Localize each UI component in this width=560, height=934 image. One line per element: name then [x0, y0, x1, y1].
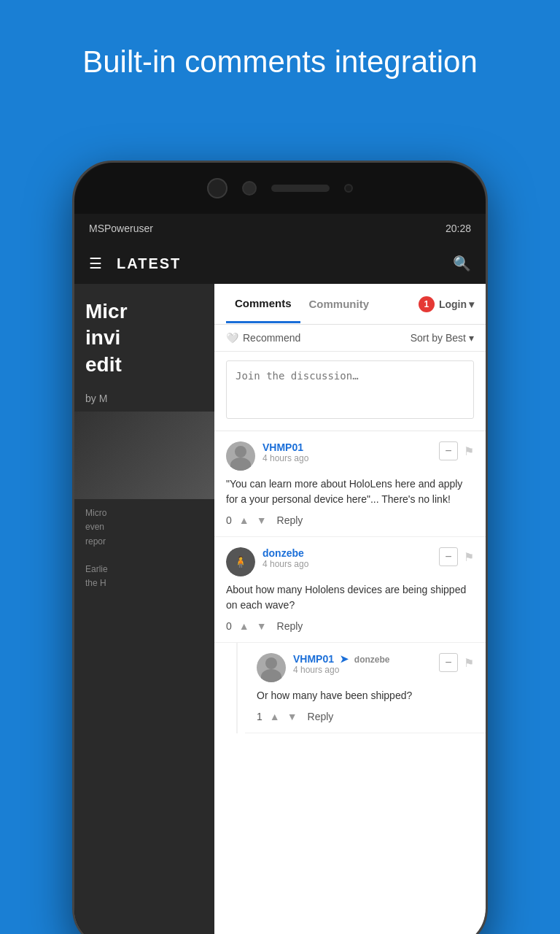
comment-meta-3: VHMP01 ➤ donzebe 4 hours ago [293, 653, 432, 675]
avatar-3 [257, 653, 286, 682]
comment-actions-2: − ⚑ [439, 547, 474, 566]
reply-button-2[interactable]: Reply [277, 620, 303, 632]
article-background: Micr invi edit by M Micro even repor Ear… [74, 284, 220, 934]
article-image [74, 412, 220, 499]
phone-top-bar [74, 163, 486, 214]
comment-text-1: "You can learn more about HoloLens here … [226, 476, 474, 507]
vote-count-3: 1 [257, 711, 262, 722]
hamburger-icon[interactable]: ☰ [89, 255, 102, 272]
comments-panel: Comments Community 1 Login ▾ 🤍 Recomme [214, 284, 486, 934]
comment-actions-1: − ⚑ [439, 441, 474, 460]
phone-container: MSPoweruser 20:28 ☰ LATEST 🔍 Micr invi e… [72, 161, 488, 934]
downvote-icon-2[interactable]: ▼ [257, 620, 267, 632]
comment-time-2: 4 hours ago [262, 559, 432, 569]
minimize-button-2[interactable]: − [439, 547, 458, 566]
tabs-header: Comments Community 1 Login ▾ [214, 284, 486, 325]
app-name: MSPoweruser [89, 223, 153, 234]
avatar-1 [226, 441, 255, 471]
upvote-icon-1[interactable]: ▲ [239, 514, 249, 526]
comment-toolbar: 🤍 Recommend Sort by Best ▾ [214, 325, 486, 352]
upvote-icon-3[interactable]: ▲ [270, 711, 280, 722]
reply-to-user: donzebe [354, 655, 390, 665]
comment-header-1: VHMP01 4 hours ago − ⚑ [226, 441, 474, 471]
article-byline: by M [74, 393, 220, 404]
comment-footer-1: 0 ▲ ▼ Reply [226, 514, 474, 526]
phone-outer: MSPoweruser 20:28 ☰ LATEST 🔍 Micr invi e… [72, 161, 488, 934]
notification-badge: 1 [419, 296, 435, 312]
comment-meta-1: VHMP01 4 hours ago [262, 441, 432, 463]
tab-community[interactable]: Community [300, 286, 378, 322]
vote-count-2: 0 [226, 620, 232, 632]
comment-meta-2: donzebe 4 hours ago [262, 547, 432, 569]
comment-item-1: VHMP01 4 hours ago − ⚑ "You can learn mo… [214, 431, 486, 537]
recommend-label: Recommend [243, 332, 300, 344]
comment-item-3: VHMP01 ➤ donzebe 4 hours ago − ⚑ [245, 643, 486, 733]
comment-username-2[interactable]: donzebe [262, 547, 432, 559]
reply-button-1[interactable]: Reply [277, 514, 303, 526]
reply-arrow-icon: ➤ [340, 653, 349, 665]
comment-input[interactable] [226, 360, 474, 419]
camera-left [207, 178, 228, 198]
chevron-down-icon: ▾ [469, 298, 474, 310]
comment-item-2: 🧍 donzebe 4 hours ago − ⚑ About how many… [214, 537, 486, 643]
comment-input-area [214, 352, 486, 431]
sort-button[interactable]: Sort by Best ▾ [411, 332, 474, 344]
upvote-icon-2[interactable]: ▲ [239, 620, 249, 632]
comment-username-3[interactable]: VHMP01 ➤ donzebe [293, 653, 432, 665]
article-footer: Micro even repor Earlie the H [74, 499, 220, 598]
flag-icon-2[interactable]: ⚑ [464, 550, 474, 564]
reply-button-3[interactable]: Reply [308, 711, 334, 722]
login-button[interactable]: Login ▾ [439, 298, 474, 310]
comment-text-2: About how many Hololens devices are bein… [226, 582, 474, 613]
tab-comments[interactable]: Comments [226, 285, 300, 323]
comment-item-3-wrapper: VHMP01 ➤ donzebe 4 hours ago − ⚑ [236, 643, 486, 733]
flag-icon-3[interactable]: ⚑ [464, 656, 474, 670]
status-time: 20:28 [446, 223, 471, 234]
nav-title: LATEST [117, 255, 438, 272]
minimize-button-1[interactable]: − [439, 441, 458, 460]
comment-actions-3: − ⚑ [439, 653, 474, 672]
comment-text-3: Or how many have been shipped? [257, 688, 474, 703]
article-headline: Micr invi edit [74, 284, 220, 393]
heart-icon: 🤍 [226, 332, 238, 344]
downvote-icon-1[interactable]: ▼ [257, 514, 267, 526]
nav-bar: ☰ LATEST 🔍 [74, 243, 486, 284]
comment-footer-3: 1 ▲ ▼ Reply [257, 711, 474, 722]
status-bar: MSPoweruser 20:28 [74, 214, 486, 243]
comment-footer-2: 0 ▲ ▼ Reply [226, 620, 474, 632]
downvote-icon-3[interactable]: ▼ [287, 711, 298, 722]
hero-text: Built-in comments integration [0, 0, 560, 109]
phone-screen: MSPoweruser 20:28 ☰ LATEST 🔍 Micr invi e… [74, 214, 486, 934]
search-icon[interactable]: 🔍 [453, 255, 471, 272]
comment-username-1[interactable]: VHMP01 [262, 441, 432, 453]
camera-center [242, 181, 257, 196]
comment-header-2: 🧍 donzebe 4 hours ago − ⚑ [226, 547, 474, 576]
comment-time-1: 4 hours ago [262, 453, 432, 463]
avatar-2: 🧍 [226, 547, 255, 576]
comment-time-3: 4 hours ago [293, 665, 432, 675]
vote-count-1: 0 [226, 514, 232, 526]
sensor [344, 184, 353, 193]
sort-label: Sort by Best [411, 332, 466, 344]
flag-icon-1[interactable]: ⚑ [464, 444, 474, 458]
recommend-button[interactable]: 🤍 Recommend [226, 332, 300, 344]
speaker [271, 185, 330, 192]
minimize-button-3[interactable]: − [439, 653, 458, 672]
sort-chevron-icon: ▾ [469, 332, 474, 344]
comment-header-3: VHMP01 ➤ donzebe 4 hours ago − ⚑ [257, 653, 474, 682]
login-area: 1 Login ▾ [419, 296, 474, 312]
